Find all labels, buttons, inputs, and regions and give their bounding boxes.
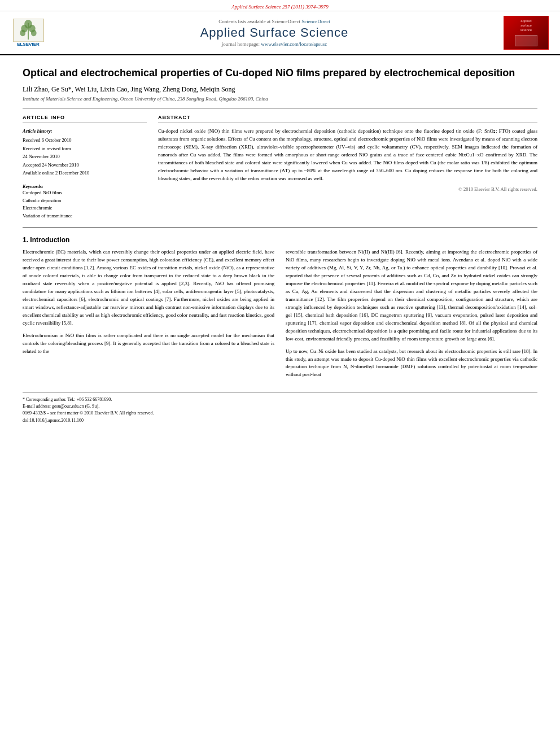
svg-point-5 (20, 30, 25, 37)
email-address: E-mail address: gesu@ouc.edu.cn (G. Su). (23, 403, 537, 410)
journal-title: Applied Surface Science (45, 25, 504, 40)
affiliation: Institute of Materials Science and Engin… (23, 96, 537, 102)
intro-right-para-2: Up to now, Cu–Ni oxide has been studied … (286, 348, 537, 379)
copyright-notice: © 2010 Elsevier B.V. All rights reserved… (158, 186, 537, 192)
journal-abbr-line1: applied (515, 19, 537, 24)
corresponding-author: * Corresponding author. Tel.: +86 532 66… (23, 396, 537, 403)
introduction-right-column: reversible transformation between Ni(II)… (286, 248, 537, 383)
keywords-list: Cu-doped NiO films Cathodic deposition E… (23, 189, 147, 220)
journal-cover-thumbnail: applied surface science (504, 16, 549, 50)
introduction-heading: 1. Introduction (23, 236, 537, 244)
footnote-section: * Corresponding author. Tel.: +86 532 66… (23, 392, 537, 423)
divider-2 (23, 228, 537, 228)
divider-1 (23, 108, 537, 109)
article-info-heading: ARTICLE INFO (23, 115, 147, 123)
introduction-left-column: Electrochromic (EC) materials, which can… (23, 248, 274, 383)
keywords-label: Keywords: (23, 184, 43, 189)
abstract-heading: ABSTRACT (158, 115, 537, 123)
keyword-1: Cu-doped NiO films (23, 189, 147, 197)
keyword-2: Cathodic deposition (23, 197, 147, 205)
history-label: Article history: (23, 128, 147, 136)
top-banner: Applied Surface Science 257 (2011) 3974–… (0, 0, 560, 11)
keyword-3: Electrochromic (23, 204, 147, 212)
article-info-abstract-section: ARTICLE INFO Article history: Received 6… (23, 115, 537, 220)
keywords-section: Keywords: Cu-doped NiO films Cathodic de… (23, 183, 147, 220)
doi-line: doi:10.1016/j.apsusc.2010.11.160 (23, 418, 537, 423)
introduction-body: Electrochromic (EC) materials, which can… (23, 248, 537, 383)
abstract-column: ABSTRACT Cu-doped nickel oxide (NiO) thi… (158, 115, 537, 220)
sciencedirect-link[interactable]: ScienceDirect (301, 19, 330, 24)
article-history: Article history: Received 6 October 2010… (23, 128, 147, 177)
article-info-column: ARTICLE INFO Article history: Received 6… (23, 115, 147, 220)
received-revised-label: Received in revised form (23, 145, 147, 153)
journal-header: ELSEVIER Contents lists available at Sci… (0, 11, 560, 55)
intro-left-para-2: Electrochromism in NiO thin films is rat… (23, 332, 274, 356)
svg-point-6 (30, 30, 36, 37)
elsevier-logo: ELSEVIER (11, 19, 45, 47)
journal-reference: Applied Surface Science 257 (2011) 3974–… (231, 4, 329, 10)
journal-abbr-line3: science (515, 28, 537, 33)
elsevier-text: ELSEVIER (17, 42, 40, 47)
received-revised-date: 24 November 2010 (23, 153, 147, 161)
intro-left-para-1: Electrochromic (EC) materials, which can… (23, 248, 274, 327)
cover-image-placeholder (515, 35, 537, 46)
received-date: Received 6 October 2010 (23, 137, 147, 145)
journal-homepage: journal homepage: www.elsevier.com/locat… (45, 41, 504, 47)
header-center: Contents lists available at ScienceDirec… (45, 19, 504, 47)
available-online: Available online 2 December 2010 (23, 169, 147, 177)
issn-notice: 0169-4332/$ – see front matter © 2010 El… (23, 410, 537, 417)
contents-available: Contents lists available at ScienceDirec… (45, 19, 504, 24)
abstract-body: Cu-doped nickel oxide (NiO) thin films w… (158, 128, 537, 183)
paper-title: Optical and electrochemical properties o… (23, 67, 537, 80)
intro-right-para-1: reversible transformation between Ni(II)… (286, 248, 537, 343)
paper-content: Optical and electrochemical properties o… (0, 55, 560, 434)
journal-url[interactable]: www.elsevier.com/locate/apsusc (261, 41, 327, 47)
accepted-date: Accepted 24 November 2010 (23, 161, 147, 169)
authors-list: Lili Zhao, Ge Su*, Wei Liu, Lixin Cao, J… (23, 85, 537, 94)
header-left: ELSEVIER (11, 19, 45, 47)
journal-abbr-line2: surface (515, 24, 537, 28)
keyword-4: Variation of transmittance (23, 212, 147, 220)
